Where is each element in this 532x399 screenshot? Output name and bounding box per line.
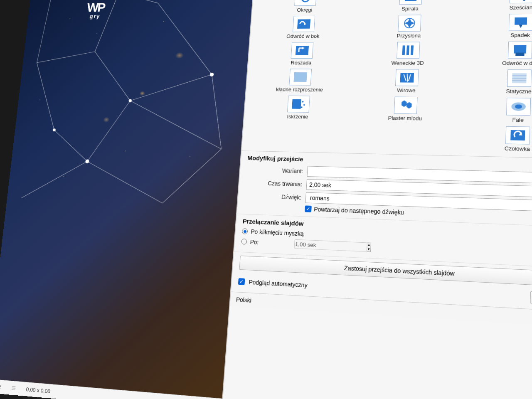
svg-rect-34 (406, 45, 409, 55)
transition-weneckie-3d[interactable]: Weneckie 3D (355, 40, 462, 66)
slide-decorative-network (1, 0, 253, 264)
transition-kladne-rozproszenie[interactable]: kładne rozproszenie (249, 67, 352, 94)
svg-line-14 (83, 161, 166, 203)
svg-line-12 (206, 74, 227, 149)
loop-sound-label: Powtarzaj do następnego dźwięku (314, 206, 404, 216)
svg-rect-29 (514, 17, 527, 25)
svg-marker-25 (522, 0, 530, 1)
loop-sound-checkbox[interactable]: ✓ (305, 205, 312, 212)
svg-line-5 (37, 52, 95, 63)
transition-odwroc-w-bok[interactable]: Odwróć w bok (253, 14, 355, 40)
svg-line-7 (29, 63, 62, 130)
transition-plaster-miodu[interactable]: Plaster miodu (352, 95, 460, 123)
transition-wirowe[interactable]: Wirowe (354, 67, 461, 95)
svg-line-6 (90, 52, 135, 101)
svg-point-45 (302, 101, 303, 103)
transition-szescian[interactable]: Sześcian (466, 0, 532, 12)
variant-label: Wariant: (246, 166, 303, 174)
svg-point-20 (301, 0, 310, 2)
svg-rect-36 (514, 45, 526, 54)
svg-point-18 (128, 99, 132, 102)
transition-odwroc-w-dol[interactable]: Odwróć w dół (464, 39, 532, 67)
svg-rect-33 (402, 45, 405, 55)
after-radio[interactable] (241, 239, 247, 245)
status-coord: 14,82 (0, 383, 1, 390)
transition-fale[interactable]: Fale (462, 96, 532, 125)
svg-line-9 (87, 100, 130, 162)
svg-marker-30 (519, 25, 522, 28)
auto-preview-label: Podgląd automatyczny (249, 278, 308, 288)
transitions-gallery: Okręgi Spirala Sześcian Odwróć w bok Prz… (241, 0, 532, 159)
transition-iskrzenie[interactable]: Iskrzenie (247, 94, 350, 121)
svg-rect-35 (410, 45, 413, 55)
status-size: 0,00 x 0,00 (26, 386, 51, 394)
slide-logo: WP gry (86, 0, 106, 19)
svg-marker-48 (401, 100, 406, 107)
svg-line-13 (126, 101, 225, 149)
slide-canvas[interactable]: WP gry (0, 0, 254, 399)
svg-rect-44 (292, 99, 301, 109)
svg-rect-31 (295, 46, 308, 55)
transition-przyslona[interactable]: Przysłona (357, 13, 463, 40)
after-label: Po: (250, 239, 266, 246)
transition-czolowka[interactable]: Czołówka (461, 124, 532, 154)
svg-rect-22 (404, 0, 416, 1)
svg-point-47 (300, 106, 302, 108)
svg-rect-38 (293, 72, 307, 82)
svg-line-11 (22, 160, 87, 200)
svg-line-10 (51, 130, 90, 162)
language-label: Polski (236, 296, 252, 303)
svg-marker-49 (406, 102, 411, 109)
on-click-radio[interactable] (242, 228, 248, 234)
svg-point-46 (303, 104, 305, 106)
sound-label: Dźwięk: (244, 192, 302, 201)
transition-spadek[interactable]: Spadek (466, 12, 532, 39)
svg-line-1 (118, 0, 159, 4)
duration-label: Czas trwania: (245, 179, 302, 187)
svg-rect-37 (515, 53, 525, 56)
after-spin-down[interactable]: ▼ (367, 247, 371, 252)
svg-line-4 (151, 2, 218, 75)
transition-statyczne[interactable]: Statyczne (463, 68, 532, 96)
transition-spirala[interactable]: Spirala (358, 0, 464, 13)
after-duration-input (294, 239, 367, 252)
transition-roszada[interactable]: Roszada (251, 40, 353, 66)
status-sep-icon: ☰ (11, 385, 16, 392)
svg-point-16 (210, 73, 214, 76)
on-click-label: Po kliknięciu myszką (251, 228, 304, 237)
transition-okregi[interactable]: Okręgi (255, 0, 356, 14)
play-button[interactable]: Odtwórz▸ (530, 291, 532, 306)
svg-line-15 (163, 148, 222, 205)
svg-line-8 (130, 74, 212, 101)
svg-line-2 (37, 0, 52, 63)
auto-preview-checkbox[interactable]: ✓ (238, 278, 245, 285)
after-spin-up[interactable]: ▲ (367, 243, 371, 248)
